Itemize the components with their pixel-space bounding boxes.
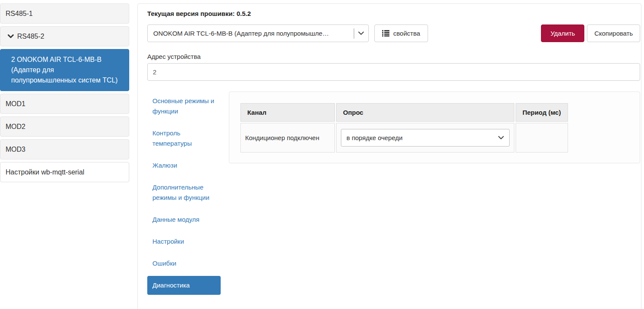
chevron-down-icon	[498, 136, 504, 140]
sidebar-item-label: MOD3	[6, 146, 25, 153]
select-divider	[354, 28, 354, 39]
tab-settings[interactable]: Настройки	[147, 232, 221, 251]
device-sidebar: RS485-1 RS485-2 2 ONOKOM AIR TCL-6-MB-B …	[0, 3, 129, 182]
sidebar-item-mod3[interactable]: MOD3	[0, 139, 129, 159]
sidebar-item-label: RS485-1	[6, 10, 33, 17]
sidebar-item-device-onokom[interactable]: 2 ONOKOM AIR TCL-6-MB-B (Адаптер для пол…	[0, 49, 129, 91]
column-header-period: Период (мс)	[516, 103, 568, 122]
period-cell	[516, 123, 568, 153]
device-config-panel: Текущая версия прошивки: 0.5.2 ONOKOM AI…	[137, 3, 641, 309]
device-tabnav: Основные режимы и функции Контроль темпе…	[147, 92, 221, 298]
sidebar-item-mod2[interactable]: MOD2	[0, 116, 129, 137]
sidebar-item-label: MOD2	[6, 123, 25, 130]
properties-button-label: свойства	[393, 30, 420, 37]
device-type-select[interactable]: ONOKOM AIR TCL-6-MB-B (Адаптер для полуп…	[147, 24, 369, 42]
tab-diagnostics[interactable]: Диагностика	[147, 276, 221, 295]
sidebar-item-label: MOD1	[6, 100, 25, 107]
sidebar-item-rs485-1[interactable]: RS485-1	[0, 3, 129, 24]
properties-button[interactable]: свойства	[374, 24, 428, 42]
tab-main-modes[interactable]: Основные режимы и функции	[147, 92, 221, 121]
sidebar-item-mod1[interactable]: MOD1	[0, 94, 129, 114]
chevron-down-icon	[358, 31, 364, 35]
device-address-input[interactable]	[147, 63, 640, 81]
sidebar-item-label: 2 ONOKOM AIR TCL-6-MB-B (Адаптер для пол…	[11, 56, 118, 84]
device-tabs-area: Основные режимы и функции Контроль темпе…	[147, 92, 640, 298]
channels-table: Канал Опрос Период (мс) Кондиционер подк…	[239, 102, 569, 154]
device-address-label: Адрес устройства	[147, 53, 640, 60]
column-header-channel: Канал	[240, 103, 335, 122]
poll-mode-select[interactable]: в порядке очереди	[341, 129, 510, 147]
diagnostics-tab-panel: Канал Опрос Период (мс) Кондиционер подк…	[229, 92, 640, 163]
poll-cell: в порядке очереди	[336, 123, 514, 153]
device-type-select-value: ONOKOM AIR TCL-6-MB-B (Адаптер для полуп…	[153, 30, 350, 37]
tab-module-data[interactable]: Данные модуля	[147, 210, 221, 229]
sidebar-item-wb-mqtt-serial-settings[interactable]: Настройки wb-mqtt-serial	[0, 162, 129, 182]
poll-mode-select-value: в порядке очереди	[346, 134, 498, 141]
sidebar-item-label: RS485-2	[17, 32, 44, 40]
delete-device-button[interactable]: Удалить	[541, 24, 584, 42]
list-icon	[382, 30, 389, 37]
table-header-row: Канал Опрос Период (мс)	[240, 103, 568, 122]
tab-temperature-control[interactable]: Контроль температуры	[147, 124, 221, 153]
table-row: Кондиционер подключен в порядке очереди	[240, 123, 568, 153]
tab-errors[interactable]: Ошибки	[147, 254, 221, 273]
copy-device-button[interactable]: Скопировать	[587, 24, 640, 42]
firmware-version-text: Текущая версия прошивки: 0.5.2	[147, 10, 640, 17]
tab-louvers[interactable]: Жалюзи	[147, 156, 221, 175]
sidebar-item-label: Настройки wb-mqtt-serial	[6, 168, 84, 176]
tab-additional-modes[interactable]: Дополнительные режимы и функции	[147, 178, 221, 207]
column-header-poll: Опрос	[336, 103, 514, 122]
chevron-down-icon	[8, 34, 14, 38]
device-controls-row: ONOKOM AIR TCL-6-MB-B (Адаптер для полуп…	[147, 24, 640, 42]
channel-name-cell: Кондиционер подключен	[240, 123, 335, 153]
sidebar-item-rs485-2[interactable]: RS485-2	[0, 26, 129, 46]
